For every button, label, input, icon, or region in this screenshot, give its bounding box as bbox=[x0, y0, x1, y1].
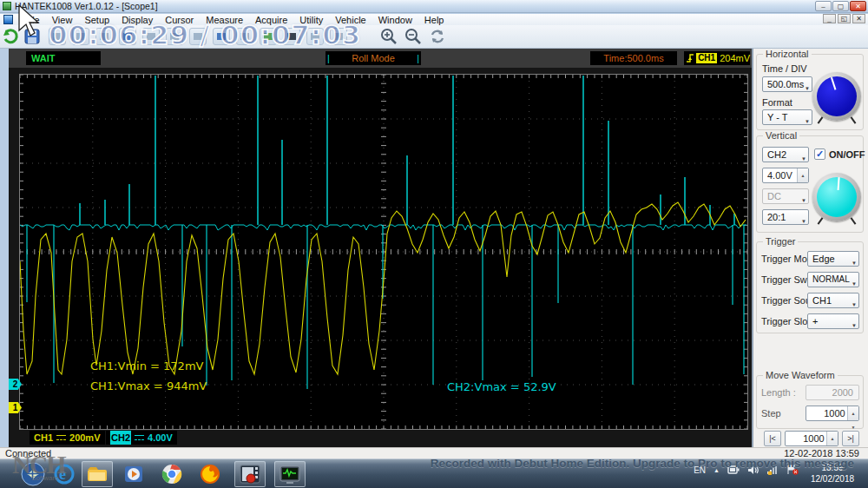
scope-status-strip: WAIT | Roll Mode | Time:500.0ms CH1 204m… bbox=[9, 49, 752, 68]
file-explorer-icon[interactable] bbox=[82, 461, 113, 487]
application-window: HANTEK1008 Ver1.0.12 - [Scope1] – ▢ ✕ Fi… bbox=[0, 0, 868, 488]
clock-date: 12/02/2018 bbox=[804, 473, 861, 485]
coupling-select[interactable]: DC▼ bbox=[762, 188, 809, 204]
vertical-group-title: Vertical bbox=[763, 130, 799, 141]
spinner-arrows[interactable]: ▲▼ bbox=[847, 406, 858, 420]
trigger-source-select[interactable]: CH1▼ bbox=[807, 293, 859, 308]
knob-face bbox=[817, 177, 857, 217]
acquisition-state: WAIT bbox=[26, 51, 101, 65]
bracket-right: | bbox=[417, 51, 419, 65]
zoom-in-icon[interactable] bbox=[380, 28, 398, 45]
move-waveform-group: Move Waveform Length : 2000 Step 1000 ▲▼ bbox=[756, 375, 864, 429]
menu-window[interactable]: Window bbox=[372, 15, 418, 25]
time-div-label: Time / DIV bbox=[762, 63, 807, 74]
media-player-icon[interactable] bbox=[118, 461, 149, 487]
chevron-down-icon: ▼ bbox=[805, 82, 810, 96]
probe-select[interactable]: 20:1▼ bbox=[762, 209, 809, 225]
chevron-down-icon: ▼ bbox=[805, 115, 810, 129]
onoff-label: ON/OFF bbox=[829, 149, 865, 160]
dc-coupling-icon bbox=[56, 435, 66, 440]
volts-div-spinner[interactable]: 4.00V▲▼ bbox=[762, 168, 809, 183]
step-spinner[interactable]: 1000 ▲▼ bbox=[806, 406, 859, 421]
app-icon bbox=[3, 2, 11, 10]
mdi-restore-button[interactable]: ◱ bbox=[838, 14, 851, 23]
ch1-vmin-annotation: CH1:Vmin = 172mV bbox=[90, 359, 203, 373]
chevron-down-icon: ▼ bbox=[852, 256, 857, 270]
length-label: Length : bbox=[761, 387, 796, 398]
recording-timer-overlay: 00:06:29 / 00:07:03 bbox=[49, 19, 361, 50]
nch-logo-watermark: NCH Software bbox=[12, 450, 65, 482]
trigger-mode-select[interactable]: Edge▼ bbox=[807, 251, 859, 267]
ch2-name: CH2 bbox=[110, 431, 131, 445]
mouse-cursor bbox=[17, 4, 43, 43]
mdi-close-button[interactable]: ✕ bbox=[852, 14, 865, 23]
onoff-checkbox[interactable]: ✓ bbox=[814, 148, 825, 160]
rising-edge-icon bbox=[686, 53, 694, 63]
ch1-scale: 200mV bbox=[69, 431, 100, 445]
hantek-app-icon[interactable] bbox=[274, 461, 306, 487]
scope-region: WAIT | Roll Mode | Time:500.0ms CH1 204m… bbox=[9, 49, 752, 447]
title-bar[interactable]: HANTEK1008 Ver1.0.12 - [Scope1] – ▢ ✕ bbox=[0, 0, 868, 13]
ch2-scale: 4.00V bbox=[148, 431, 173, 445]
trigger-group: Trigger Trigger Mode Edge▼ Trigger Sweep… bbox=[756, 241, 864, 333]
chevron-down-icon: ▼ bbox=[852, 319, 857, 333]
move-waveform-title: Move Waveform bbox=[763, 370, 838, 380]
waveform-nav: |< 1000 ▲▼ >| bbox=[753, 431, 868, 448]
trigger-slope-select[interactable]: +▼ bbox=[807, 313, 859, 329]
ch1-scale-label: CH1 200mV bbox=[30, 431, 105, 445]
timebase-readout: Time:500.0ms bbox=[590, 51, 677, 65]
channel-select[interactable]: CH2▼ bbox=[762, 147, 809, 162]
ch2-vmax-annotation: CH2:Vmax = 52.9V bbox=[447, 380, 556, 393]
dc-coupling-icon bbox=[135, 435, 144, 440]
mode-text: Roll Mode bbox=[352, 53, 395, 63]
ch1-name: CH1 bbox=[34, 431, 53, 445]
oscilloscope-screen[interactable]: CH1:Vmin = 172mV CH1:Vmax = 944mV CH2:Vm… bbox=[19, 74, 748, 430]
workspace: WAIT | Roll Mode | Time:500.0ms CH1 204m… bbox=[0, 49, 868, 447]
vertical-knob[interactable] bbox=[812, 173, 861, 221]
format-select[interactable]: Y - T▼ bbox=[762, 109, 812, 125]
length-field: 2000 bbox=[806, 385, 859, 400]
chevron-down-icon: ▼ bbox=[801, 214, 806, 228]
spinner-arrows[interactable]: ▲▼ bbox=[797, 168, 808, 182]
zoom-out-icon[interactable] bbox=[404, 28, 422, 45]
ch2-scale-label: CH2 4.00V bbox=[106, 431, 177, 445]
refresh-icon[interactable] bbox=[429, 28, 446, 45]
spinner-arrows[interactable]: ▲▼ bbox=[826, 432, 838, 445]
debut-watermark: Recorded with Debut Home Edition. Upgrad… bbox=[431, 457, 854, 470]
minimize-button[interactable]: – bbox=[815, 1, 832, 11]
maximize-button[interactable]: ▢ bbox=[832, 1, 849, 11]
trigger-group-title: Trigger bbox=[763, 236, 798, 247]
waveform-plot bbox=[20, 75, 747, 429]
control-panel: Horizontal Time / DIV 500.0ms▼ Format Y … bbox=[753, 49, 868, 447]
chevron-down-icon: ▼ bbox=[852, 277, 857, 291]
step-label: Step bbox=[761, 408, 781, 419]
trigger-readout: CH1 204mV bbox=[684, 51, 750, 65]
chevron-down-icon: ▼ bbox=[801, 152, 806, 166]
debut-recorder-icon[interactable] bbox=[234, 461, 266, 487]
trigger-level: 204mV bbox=[720, 51, 750, 65]
trigger-channel-badge: CH1 bbox=[696, 53, 717, 63]
knob-face bbox=[817, 76, 857, 116]
bracket-left: | bbox=[327, 51, 330, 65]
menu-help[interactable]: Help bbox=[418, 15, 450, 25]
roll-mode-indicator: | Roll Mode | bbox=[326, 51, 421, 65]
chrome-icon[interactable] bbox=[156, 461, 187, 487]
format-label: Format bbox=[762, 97, 792, 108]
firefox-icon[interactable] bbox=[194, 461, 226, 487]
trigger-sweep-select[interactable]: NORMAL▼ bbox=[807, 272, 859, 287]
nav-position-spinner[interactable]: 1000 ▲▼ bbox=[785, 431, 838, 446]
vertical-group: Vertical CH2▼ ✓ ON/OFF 4.00V▲▼ DC▼ 20:1▼ bbox=[756, 135, 864, 233]
horizontal-group-title: Horizontal bbox=[763, 49, 812, 59]
chevron-down-icon: ▼ bbox=[852, 298, 857, 312]
time-div-select[interactable]: 500.0ms▼ bbox=[762, 76, 812, 92]
nav-last-button[interactable]: >| bbox=[842, 431, 859, 446]
chevron-down-icon: ▼ bbox=[801, 194, 806, 208]
close-button[interactable]: ✕ bbox=[850, 1, 866, 11]
document-icon[interactable] bbox=[3, 15, 13, 24]
ch1-vmax-annotation: CH1:Vmax = 944mV bbox=[90, 379, 207, 392]
mdi-minimize-button[interactable]: _ bbox=[823, 14, 836, 23]
horizontal-knob[interactable] bbox=[812, 72, 861, 121]
nav-first-button[interactable]: |< bbox=[764, 431, 781, 446]
horizontal-group: Horizontal Time / DIV 500.0ms▼ Format Y … bbox=[756, 54, 864, 130]
